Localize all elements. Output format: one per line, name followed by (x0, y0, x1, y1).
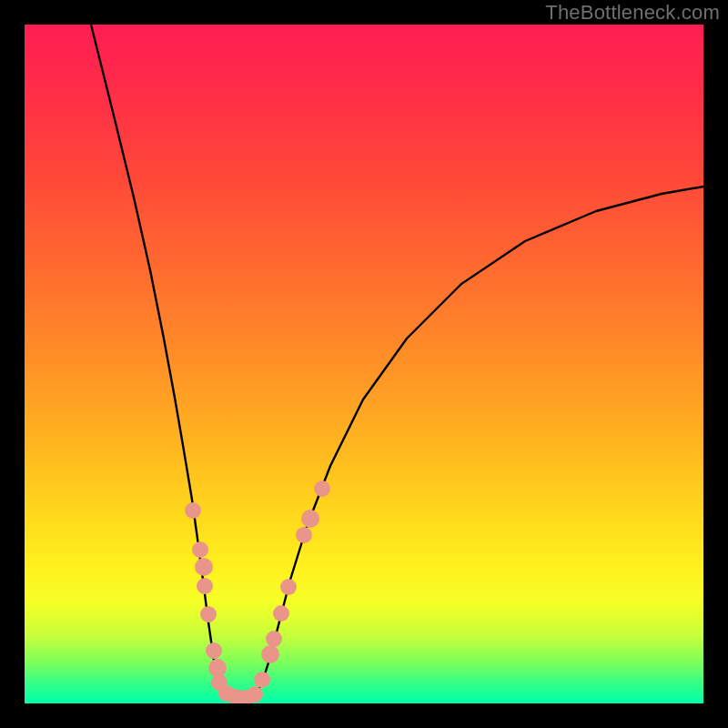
data-dot (296, 527, 312, 543)
data-dot (185, 502, 201, 519)
data-dot (314, 480, 330, 497)
data-dot (208, 659, 227, 677)
data-dot (280, 579, 297, 595)
data-dot (247, 686, 263, 703)
data-dot (206, 642, 222, 659)
data-dot (195, 558, 213, 576)
data-dot (197, 578, 213, 594)
bottleneck-curve (91, 25, 703, 699)
data-dot (254, 672, 270, 688)
stage: TheBottleneck.com (0, 0, 728, 728)
data-dot (200, 606, 217, 622)
data-dot (261, 645, 279, 663)
data-dot (301, 510, 319, 528)
data-dots (185, 480, 330, 703)
plot-area (25, 25, 703, 703)
data-dot (192, 541, 208, 558)
watermark-text: TheBottleneck.com (545, 1, 720, 25)
data-dot (266, 631, 282, 647)
data-dot (273, 605, 289, 622)
chart-svg (25, 25, 703, 703)
